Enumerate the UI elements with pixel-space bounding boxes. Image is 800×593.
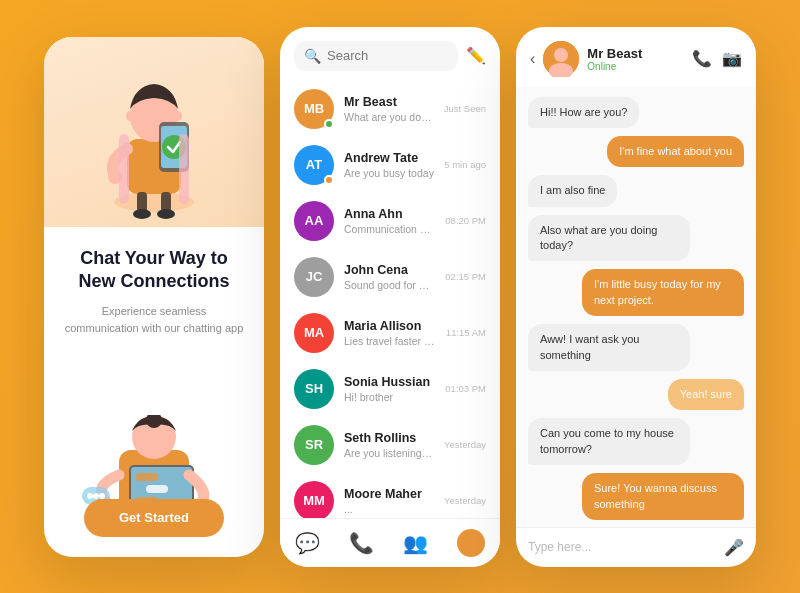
chat-list: MB Mr Beast What are you doing? Just See… — [280, 81, 500, 518]
chat-meta: Yesterday — [444, 495, 486, 506]
intro-panel: Chat Your Way to New Connections Experie… — [44, 37, 264, 557]
chat-list-panel: 🔍 ✏️ MB Mr Beast What are you doing? Jus… — [280, 27, 500, 567]
chat-name: Andrew Tate — [344, 151, 434, 165]
get-started-button[interactable]: Get Started — [84, 499, 224, 537]
svg-rect-21 — [146, 485, 168, 493]
nav-chat-icon[interactable]: 💬 — [295, 531, 320, 555]
intro-bottom-area: Get Started — [44, 405, 264, 557]
svg-point-27 — [93, 493, 99, 499]
chat-preview: Communication gap — [344, 223, 435, 235]
message-bubble: Sure! You wanna discuss something — [582, 473, 744, 520]
contact-name: Mr Beast — [587, 46, 684, 61]
chat-list-item[interactable]: MM Moore Maher ... Yesterday — [280, 473, 500, 518]
chat-time: 02:15 PM — [445, 271, 486, 282]
chat-preview: What are you doing? — [344, 111, 434, 123]
search-input[interactable] — [327, 48, 448, 63]
chat-time: Yesterday — [444, 495, 486, 506]
svg-point-26 — [87, 493, 93, 499]
chat-info: Sonia Hussian Hi! brother — [344, 375, 435, 403]
message-bubble: Hi!! How are you? — [528, 97, 639, 128]
search-bar: 🔍 ✏️ — [280, 27, 500, 81]
mic-icon[interactable]: 🎤 — [724, 538, 744, 557]
character-top-svg — [89, 44, 219, 219]
svg-point-14 — [157, 209, 175, 219]
chat-info: Anna Ahn Communication gap — [344, 207, 435, 235]
message-bubble: Aww! I want ask you something — [528, 324, 690, 371]
chat-header: ‹ Mr Beast Online 📞 📷 — [516, 27, 756, 87]
chat-name: John Cena — [344, 263, 435, 277]
intro-text-section: Chat Your Way to New Connections Experie… — [44, 227, 264, 405]
search-icon: 🔍 — [304, 48, 321, 64]
messages-area: Hi!! How are you?I'm fine what about you… — [516, 87, 756, 527]
intro-title: Chat Your Way to New Connections — [64, 247, 244, 294]
chat-meta: 02:15 PM — [445, 271, 486, 282]
nav-call-icon[interactable]: 📞 — [349, 531, 374, 555]
chat-preview: Are you busy today — [344, 167, 434, 179]
chat-preview: Lies travel faster than truth — [344, 335, 436, 347]
chat-info: Maria Allison Lies travel faster than tr… — [344, 319, 436, 347]
video-icon[interactable]: 📷 — [722, 49, 742, 68]
chat-meta: Just Seen — [444, 103, 486, 114]
chat-list-item[interactable]: JC John Cena Sound good for me too! 02:1… — [280, 249, 500, 305]
chat-name: Sonia Hussian — [344, 375, 435, 389]
chat-time: 5 min ago — [444, 159, 486, 170]
chat-avatar: SH — [294, 369, 334, 409]
chat-time: Just Seen — [444, 103, 486, 114]
search-input-wrap[interactable]: 🔍 — [294, 41, 458, 71]
message-bubble: I'm fine what about you — [607, 136, 744, 167]
chat-list-item[interactable]: SH Sonia Hussian Hi! brother 01:03 PM — [280, 361, 500, 417]
chat-preview: ... — [344, 503, 434, 515]
back-button[interactable]: ‹ — [530, 50, 535, 68]
message-bubble: Also what are you doing today? — [528, 215, 690, 262]
compose-icon[interactable]: ✏️ — [466, 46, 486, 65]
contact-info: Mr Beast Online — [587, 46, 684, 72]
chat-time: 11:15 AM — [446, 327, 486, 338]
chat-time: Yesterday — [444, 439, 486, 450]
phone-icon[interactable]: 📞 — [692, 49, 712, 68]
chat-preview: Are you listening me? — [344, 447, 434, 459]
contact-status: Online — [587, 61, 684, 72]
chat-info: Andrew Tate Are you busy today — [344, 151, 434, 179]
chat-input-area: 🎤 — [516, 527, 756, 567]
chat-preview: Sound good for me too! — [344, 279, 435, 291]
intro-subtitle: Experience seamless communication with o… — [64, 303, 244, 336]
svg-point-3 — [126, 111, 134, 121]
chat-time: 01:03 PM — [445, 383, 486, 394]
chat-detail-panel: ‹ Mr Beast Online 📞 📷 Hi!! How are you?I… — [516, 27, 756, 567]
chat-info: Moore Maher ... — [344, 487, 434, 515]
chat-meta: 11:15 AM — [446, 327, 486, 338]
message-bubble: Can you come to my house tomorrow? — [528, 418, 690, 465]
chat-meta: Yesterday — [444, 439, 486, 450]
chat-info: John Cena Sound good for me too! — [344, 263, 435, 291]
chat-avatar: JC — [294, 257, 334, 297]
chat-info: Mr Beast What are you doing? — [344, 95, 434, 123]
svg-rect-10 — [179, 134, 189, 204]
chat-name: Anna Ahn — [344, 207, 435, 221]
chat-list-item[interactable]: SR Seth Rollins Are you listening me? Ye… — [280, 417, 500, 473]
chat-list-item[interactable]: AT Andrew Tate Are you busy today 5 min … — [280, 137, 500, 193]
nav-profile-avatar[interactable] — [457, 529, 485, 557]
chat-name: Maria Allison — [344, 319, 436, 333]
intro-illustration-top — [44, 37, 264, 227]
chat-name: Moore Maher — [344, 487, 434, 501]
chat-meta: 5 min ago — [444, 159, 486, 170]
svg-point-4 — [174, 111, 182, 121]
contact-avatar-img — [543, 41, 579, 77]
chat-list-item[interactable]: MA Maria Allison Lies travel faster than… — [280, 305, 500, 361]
chat-list-item[interactable]: MB Mr Beast What are you doing? Just See… — [280, 81, 500, 137]
chat-avatar: MB — [294, 89, 334, 129]
message-bubble: I'm little busy today for my next projec… — [582, 269, 744, 316]
chat-preview: Hi! brother — [344, 391, 435, 403]
chat-avatar: MA — [294, 313, 334, 353]
chat-list-item[interactable]: AA Anna Ahn Communication gap 08:20 PM — [280, 193, 500, 249]
chat-avatar: MM — [294, 481, 334, 518]
message-input[interactable] — [528, 540, 716, 554]
chat-meta: 01:03 PM — [445, 383, 486, 394]
message-bubble: Yeah! sure — [668, 379, 744, 410]
svg-point-13 — [133, 209, 151, 219]
svg-point-31 — [554, 48, 568, 62]
nav-contacts-icon[interactable]: 👥 — [403, 531, 428, 555]
bottom-nav: 💬 📞 👥 — [280, 518, 500, 567]
header-actions: 📞 📷 — [692, 49, 742, 68]
svg-rect-20 — [136, 473, 158, 481]
